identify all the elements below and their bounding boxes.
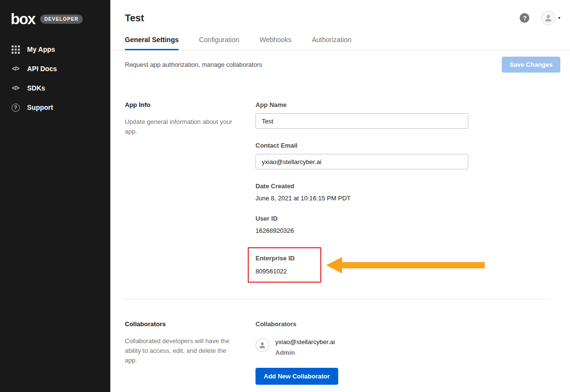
app-info-section: App Info Update general information abou… [125,101,560,283]
app-window: box DEVELOPER My Apps </> API Docs </> S… [0,0,570,392]
tab-authorization[interactable]: Authorization [312,36,351,50]
tab-configuration[interactable]: Configuration [199,36,239,50]
grid-icon [11,45,20,54]
user-id-value: 16268920326 [255,227,560,234]
sidebar-item-sdks[interactable]: </> SDKs [0,78,110,98]
settings-content: App Info Update general information abou… [110,79,570,385]
section-divider [125,299,551,299]
toolbar: Request app authorization, manage collab… [110,50,570,79]
account-menu[interactable]: ▾ [541,11,560,25]
avatar [541,11,555,25]
main-header: Test ? ▾ [110,0,570,25]
app-info-form: App Name Contact Email Date Created June… [255,101,560,283]
app-info-description: Update general information about your ap… [125,117,239,136]
collaborator-role: Admin [275,349,335,356]
sidebar-item-label: Support [27,104,53,111]
enterprise-id-highlight-box: Enterprise ID 809561022 [248,247,321,283]
help-icon[interactable]: ? [520,13,529,23]
app-info-intro: App Info Update general information abou… [125,101,239,283]
collaborators-description: Collaborated developers will have the ab… [125,336,239,365]
collaborator-avatar [255,338,269,352]
sidebar-item-label: API Docs [27,65,57,73]
user-id-label: User ID [255,215,560,222]
collaborators-list-title: Collaborators [255,320,560,328]
sidebar-item-label: SDKs [27,84,45,92]
sidebar: box DEVELOPER My Apps </> API Docs </> S… [0,0,110,392]
user-id-field: User ID 16268920326 [255,215,560,234]
enterprise-id-value: 809561022 [255,268,314,275]
sidebar-item-label: My Apps [27,45,55,53]
header-actions: ? ▾ [520,11,560,25]
code-icon: </> [11,64,20,73]
enterprise-id-label: Enterprise ID [255,255,314,262]
box-logo: box DEVELOPER [0,9,110,29]
code-icon: </> [11,84,20,92]
tab-bar: General Settings Configuration Webhooks … [110,36,570,50]
date-created-value: June 8, 2021 at 10:16:15 PM PDT [255,195,560,202]
collaborators-intro: Collaborators Collaborated developers wi… [125,320,239,385]
sidebar-item-support[interactable]: ? Support [0,98,110,117]
box-logo-text: box [11,12,35,27]
save-changes-button[interactable]: Save Changes [502,57,560,73]
person-icon [258,341,266,349]
contact-email-label: Contact Email [255,142,560,149]
collaborators-panel: Collaborators yxiao@stellarcyber.ai Admi… [255,320,560,385]
collaborators-title: Collaborators [125,320,239,328]
tab-webhooks[interactable]: Webhooks [260,36,292,50]
sidebar-nav: My Apps </> API Docs </> SDKs ? Support [0,40,110,117]
page-title: Test [125,13,144,24]
toolbar-description: Request app authorization, manage collab… [125,61,262,68]
main-content: Test ? ▾ General Settings Configuration … [110,0,570,392]
app-name-label: App Name [255,101,560,108]
date-created-label: Date Created [255,182,560,190]
sidebar-item-api-docs[interactable]: </> API Docs [0,59,110,78]
app-name-input[interactable] [255,113,468,129]
contact-email-input[interactable] [255,154,468,169]
date-created-field: Date Created June 8, 2021 at 10:16:15 PM… [255,182,560,202]
collaborators-section: Collaborators Collaborated developers wi… [125,320,560,385]
app-name-field: App Name [255,101,560,129]
tab-general-settings[interactable]: General Settings [125,36,179,50]
collaborator-row: yxiao@stellarcyber.ai Admin [255,338,560,356]
sidebar-item-my-apps[interactable]: My Apps [0,40,110,59]
collaborator-info: yxiao@stellarcyber.ai Admin [275,338,335,356]
app-info-title: App Info [125,101,239,108]
person-icon [544,14,553,22]
annotation-arrow-icon [326,256,485,274]
add-collaborator-button[interactable]: Add New Collaborator [255,368,338,385]
question-icon: ? [11,103,20,112]
collaborator-email: yxiao@stellarcyber.ai [275,338,335,346]
developer-badge: DEVELOPER [40,15,83,24]
chevron-down-icon: ▾ [558,15,560,20]
contact-email-field: Contact Email [255,142,560,169]
